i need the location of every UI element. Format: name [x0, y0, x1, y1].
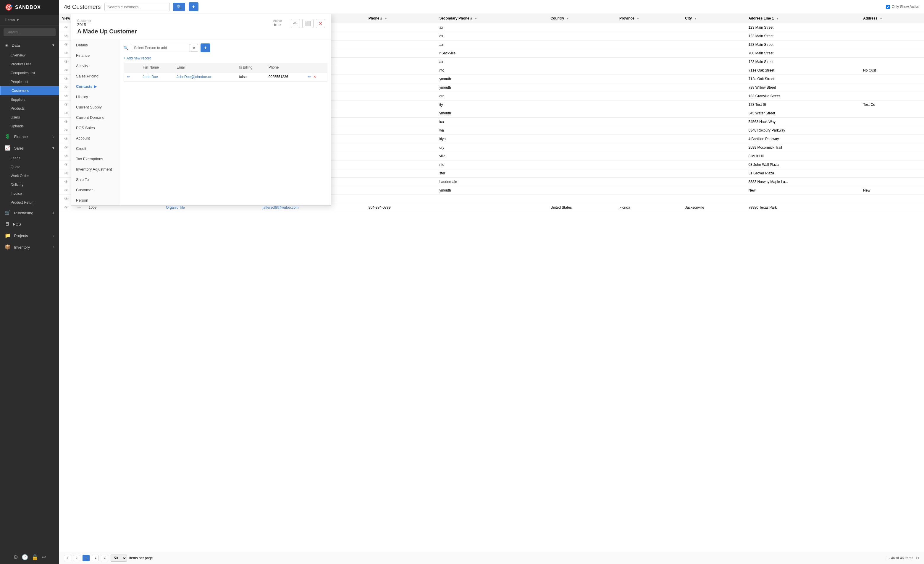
contacts-clear-button[interactable]: ✕ — [190, 44, 198, 52]
customer-type-label: Customer — [77, 19, 264, 22]
contacts-table-wrapper: Full Name Email Is Billing Phone — [124, 63, 327, 82]
inventory-chevron: › — [53, 245, 54, 249]
contact-row-edit-icon-cell: ✏ — [124, 72, 140, 81]
contacts-col-action — [124, 63, 140, 72]
panel-nav-details[interactable]: Details — [71, 40, 120, 50]
contacts-add-button[interactable]: + — [201, 43, 210, 52]
panel-nav-customer[interactable]: Customer — [71, 185, 120, 195]
panel-nav-current-demand[interactable]: Current Demand — [71, 112, 120, 123]
sidebar-item-leads[interactable]: Leads — [0, 154, 59, 163]
close-panel-button[interactable]: ✕ — [316, 19, 325, 28]
sidebar-item-users[interactable]: Users — [0, 113, 59, 122]
data-icon: ◈ — [5, 43, 8, 48]
panel-nav-tax-exemptions[interactable]: Tax Exemptions — [71, 154, 120, 164]
sidebar-item-people-list[interactable]: People List — [0, 78, 59, 86]
user-menu[interactable]: Demo ▾ — [0, 15, 59, 25]
sidebar-item-companies-list[interactable]: Companies List — [0, 69, 59, 78]
panel-nav-finance[interactable]: Finance — [71, 50, 120, 61]
panel-nav-inventory-adjustment[interactable]: Inventory Adjustment — [71, 164, 120, 174]
contacts-col-isbilling[interactable]: Is Billing — [236, 63, 266, 72]
clock-icon[interactable]: 🕐 — [22, 554, 28, 561]
page-title: 46 Customers — [64, 3, 101, 10]
only-active-label: Only Show Active — [892, 5, 919, 9]
panel-nav-person[interactable]: Person — [71, 195, 120, 205]
panel-nav-sales-pricing[interactable]: Sales Pricing — [71, 71, 120, 81]
sidebar-section-data-header[interactable]: ◈ Data ▾ — [0, 39, 59, 51]
contact-email-link[interactable]: JohnDoe@johndoe.cx — [177, 75, 212, 79]
contacts-search-icon: 🔍 — [124, 46, 128, 50]
customer-panel: Customer Z015 A Made Up Customer Active … — [71, 14, 331, 206]
sidebar-section-finance-header[interactable]: 💲 Finance › — [0, 131, 59, 142]
contact-edit-button[interactable]: ✏ — [308, 75, 311, 79]
pos-icon: 🖥 — [5, 221, 9, 226]
panel-nav-account[interactable]: Account — [71, 133, 120, 144]
contacts-search-input[interactable] — [131, 44, 190, 52]
contacts-arrow-icon: ▶ — [94, 84, 97, 89]
settings-icon[interactable]: ⚙ — [13, 554, 18, 561]
search-button[interactable]: 🔍 — [173, 3, 185, 11]
panel-nav-credit[interactable]: Credit — [71, 144, 120, 154]
contact-row-actions: ✏ ✕ — [304, 72, 327, 81]
panel-nav-contacts[interactable]: Contacts ▶ — [71, 81, 120, 92]
sidebar-search-input[interactable] — [3, 28, 56, 36]
lock-icon[interactable]: 🔒 — [32, 554, 38, 561]
contact-phone: 9025551236 — [266, 72, 305, 81]
sidebar-item-delivery[interactable]: Delivery — [0, 180, 59, 189]
sidebar-item-invoice[interactable]: Invoice — [0, 189, 59, 198]
page-1-button[interactable]: 1 — [82, 555, 90, 561]
logo-area: 🎯 SANDBOX — [0, 0, 59, 15]
edit-panel-button[interactable]: ✏ — [291, 19, 300, 28]
contacts-col-phone[interactable]: Phone — [266, 63, 305, 72]
customer-panel-info: Customer Z015 A Made Up Customer — [77, 19, 264, 35]
sidebar-section-inventory-header[interactable]: 📦 Inventory › — [0, 241, 59, 253]
add-new-record-link[interactable]: + Add new record — [124, 56, 152, 60]
panel-nav-history[interactable]: History — [71, 92, 120, 102]
panel-nav-ship-to[interactable]: Ship To — [71, 174, 120, 185]
sidebar-item-work-order[interactable]: Work Order — [0, 171, 59, 180]
contact-view-icon[interactable]: ✏ — [127, 75, 130, 79]
sidebar-item-product-return[interactable]: Product Return — [0, 198, 59, 207]
add-customer-button[interactable]: + — [189, 2, 198, 11]
contacts-col-actions — [304, 63, 327, 72]
sidebar: 🎯 SANDBOX Demo ▾ ◈ Data ▾ Overview Produ… — [0, 0, 59, 564]
sidebar-section-pos-header[interactable]: 🖥 POS — [0, 218, 59, 230]
sidebar-item-products[interactable]: Products — [0, 104, 59, 113]
search-input[interactable] — [104, 3, 170, 11]
sidebar-section-purchasing-header[interactable]: 🛒 Purchasing › — [0, 207, 59, 218]
prev-page-button[interactable]: ‹ — [74, 555, 80, 561]
next-page-button[interactable]: › — [92, 555, 99, 561]
only-active-checkbox[interactable] — [886, 5, 890, 9]
sidebar-section-pos: 🖥 POS — [0, 218, 59, 230]
sidebar-item-uploads[interactable]: Uploads — [0, 122, 59, 131]
panel-nav-current-supply[interactable]: Current Supply — [71, 102, 120, 112]
first-page-button[interactable]: « — [64, 555, 71, 561]
sidebar-bottom-icons: ⚙ 🕐 🔒 ↩ — [0, 551, 59, 564]
refresh-button[interactable]: ↻ — [916, 556, 919, 561]
data-section-chevron: ▾ — [52, 43, 54, 47]
contacts-table: Full Name Email Is Billing Phone — [124, 63, 327, 81]
sales-chevron: ▾ — [52, 146, 54, 150]
finance-icon: 💲 — [5, 134, 10, 139]
sidebar-item-overview[interactable]: Overview — [0, 51, 59, 60]
contacts-col-fullname[interactable]: Full Name — [140, 63, 174, 72]
sidebar-item-quote[interactable]: Quote — [0, 163, 59, 171]
sidebar-item-customers[interactable]: Customers — [0, 86, 59, 95]
contacts-col-email[interactable]: Email — [174, 63, 236, 72]
sidebar-item-product-files[interactable]: Product Files — [0, 60, 59, 69]
only-active-filter: Only Show Active — [886, 5, 919, 9]
panel-nav-activity[interactable]: Activity — [71, 61, 120, 71]
logout-icon[interactable]: ↩ — [42, 554, 46, 561]
status-label: Active — [273, 19, 282, 22]
last-page-button[interactable]: » — [101, 555, 108, 561]
sidebar-section-sales-header[interactable]: 📈 Sales ▾ — [0, 142, 59, 154]
items-per-page-label: items per page — [129, 556, 153, 560]
sidebar-section-projects-header[interactable]: 📁 Projects › — [0, 230, 59, 241]
header-bar: 46 Customers 🔍 + Only Show Active — [59, 0, 924, 14]
contact-name-link[interactable]: John Doe — [143, 75, 158, 79]
sidebar-item-suppliers[interactable]: Suppliers — [0, 95, 59, 104]
finance-chevron: › — [53, 134, 54, 139]
items-per-page-select[interactable]: 50 100 200 — [111, 555, 127, 562]
maximize-panel-button[interactable]: ⬜ — [302, 19, 314, 28]
panel-nav-pos-sales[interactable]: POS Sales — [71, 123, 120, 133]
contact-delete-button[interactable]: ✕ — [313, 75, 316, 79]
